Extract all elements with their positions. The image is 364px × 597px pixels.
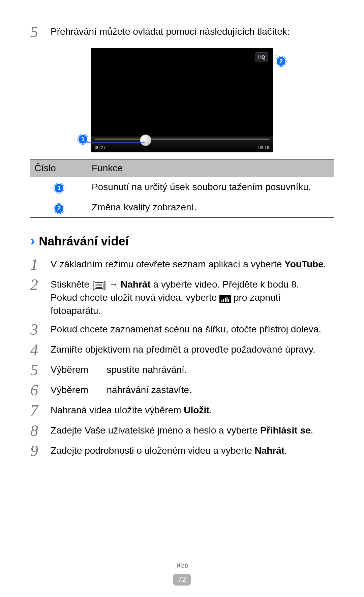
text: Zadejte podrobnosti o uloženém videu a v… — [51, 445, 255, 456]
action-name: Nahrát — [255, 445, 285, 456]
number-circle-icon: 1 — [54, 183, 64, 193]
chapter-label: Web — [0, 560, 364, 571]
action-name: Nahrát — [121, 279, 151, 290]
text: spustíte nahrávání. — [107, 364, 187, 375]
text: a vyberte video. Přejděte k bodu 8. — [151, 279, 299, 290]
text: nahrávání zastavíte. — [107, 385, 192, 395]
step-number: 5 — [30, 362, 51, 378]
action-name: Uložit — [184, 405, 209, 415]
table-row: 1 Posunutí na určitý úsek souboru tažení… — [30, 177, 334, 197]
step-number: 6 — [30, 382, 51, 398]
table-cell-num: 1 — [30, 177, 88, 197]
progress-track — [95, 139, 269, 140]
text: Výběrem — [51, 385, 88, 395]
step-number: 3 — [30, 321, 51, 337]
step-number: 2 — [30, 276, 51, 293]
step-text: Zamiřte objektivem na předmět a proveďte… — [51, 341, 334, 356]
text: . — [310, 425, 313, 436]
video-illustration: HQ 2 00:27 03:19 1 — [81, 48, 283, 152]
text: . — [324, 259, 326, 269]
step-1: 1 V základním režimu otevřete seznam apl… — [30, 256, 334, 272]
text: Stiskněte [ — [51, 279, 95, 290]
app-name: YouTube — [284, 259, 324, 269]
chevron-icon: › — [30, 231, 35, 250]
text: Pokud chcete uložit nová videa, vyberte — [51, 292, 219, 303]
text: . — [210, 405, 212, 415]
step-6: 6 Výběrem nahrávání zastavíte. — [30, 382, 334, 398]
table-cell-desc: Posunutí na určitý úsek souboru tažením … — [88, 177, 334, 197]
step-3: 3 Pokud chcete zaznamenat scénu na šířku… — [30, 321, 334, 337]
step-4: 4 Zamiřte objektivem na předmět a proveď… — [30, 341, 334, 358]
action-name: Přihlásit se — [260, 425, 310, 436]
step-number: 1 — [30, 256, 51, 272]
page-number: 72 — [173, 574, 191, 586]
video-player: HQ 2 00:27 03:19 1 — [91, 48, 273, 152]
step-8: 8 Zadejte Vaše uživatelské jméno a heslo… — [30, 422, 334, 439]
step-text: Zadejte Vaše uživatelské jméno a heslo a… — [51, 422, 334, 437]
table-row: 2 Změna kvality zobrazení. — [30, 197, 334, 217]
number-circle-icon: 2 — [54, 204, 64, 214]
callout-marker-1: 1 — [78, 131, 88, 145]
step-text: Přehrávání můžete ovládat pomocí následu… — [51, 24, 334, 38]
step-7: 7 Nahraná videa uložíte výběrem Uložit. — [30, 402, 334, 418]
text: ] → — [103, 279, 121, 290]
time-elapsed: 00:27 — [95, 145, 106, 151]
table-header-number: Číslo — [30, 159, 88, 177]
step-text: Stiskněte [] → Nahrát a vyberte video. P… — [51, 276, 334, 318]
step-9: 9 Zadejte podrobnosti o uloženém videu a… — [30, 443, 334, 459]
step-5-playback: 5 Přehrávání můžete ovládat pomocí násle… — [30, 24, 334, 40]
step-text: Nahraná videa uložíte výběrem Uložit. — [51, 402, 334, 417]
text: Výběrem — [51, 364, 88, 375]
camera-icon — [219, 295, 231, 303]
step-number: 4 — [30, 341, 51, 358]
table-header-function: Funkce — [88, 159, 334, 177]
step-number: 7 — [30, 402, 51, 418]
hq-badge-icon: HQ — [255, 52, 268, 62]
number-circle-icon: 2 — [276, 56, 286, 66]
step-text: Výběrem spustíte nahrávání. — [51, 362, 334, 376]
callout-line — [85, 142, 145, 143]
section-heading: › Nahrávání videí — [30, 231, 334, 250]
function-table: Číslo Funkce 1 Posunutí na určitý úsek s… — [30, 159, 334, 218]
step-text: Výběrem nahrávání zastavíte. — [51, 382, 334, 396]
video-controls-bar: 00:27 03:19 — [91, 137, 273, 152]
text: Nahraná videa uložíte výběrem — [51, 405, 184, 415]
time-total: 03:19 — [258, 145, 269, 151]
progress-thumb-icon — [140, 135, 151, 146]
step-text: Zadejte podrobnosti o uloženém videu a v… — [51, 443, 334, 457]
step-number: 9 — [30, 443, 51, 459]
table-cell-num: 2 — [30, 197, 88, 217]
text: V základním režimu otevřete seznam aplik… — [51, 259, 284, 269]
table-cell-desc: Změna kvality zobrazení. — [88, 197, 334, 217]
step-number: 5 — [30, 24, 51, 40]
step-number: 8 — [30, 422, 51, 439]
text: Zadejte Vaše uživatelské jméno a heslo a… — [51, 425, 260, 436]
step-text: Pokud chcete zaznamenat scénu na šířku, … — [51, 321, 334, 336]
page-footer: Web 72 — [0, 560, 364, 586]
section-title: Nahrávání videí — [39, 233, 128, 250]
callout-marker-2: 2 — [276, 54, 286, 67]
step-2: 2 Stiskněte [] → Nahrát a vyberte video.… — [30, 276, 334, 318]
step-text: V základním režimu otevřete seznam aplik… — [51, 256, 334, 271]
number-circle-icon: 1 — [78, 134, 88, 144]
menu-icon — [95, 282, 103, 289]
step-5: 5 Výběrem spustíte nahrávání. — [30, 362, 334, 378]
text: . — [284, 445, 287, 456]
